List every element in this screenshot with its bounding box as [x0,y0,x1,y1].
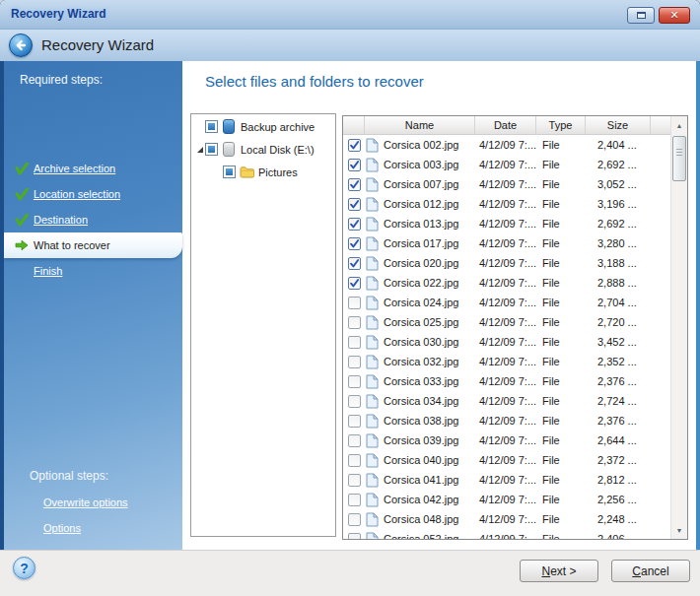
column-header-size[interactable]: Size [586,116,651,134]
scrollbar-thumb[interactable] [672,136,686,181]
sidebar-item-overwrite-options[interactable]: Overwrite options [43,497,128,508]
table-row[interactable]: Corsica 033.jpg4/12/09 7:...File2,376 ..… [343,371,670,391]
column-header-check[interactable] [343,116,365,134]
tree-checkbox-partial[interactable] [205,120,218,133]
file-type: File [536,395,586,407]
row-checkbox[interactable] [348,434,361,447]
archive-icon [221,119,237,135]
file-type: File [536,178,586,190]
file-icon [365,255,380,271]
file-size: 2,248 ... [586,513,651,525]
scroll-up-icon[interactable]: ▲ [671,117,687,133]
row-checkbox[interactable] [348,178,361,191]
row-checkbox[interactable] [348,494,361,506]
table-row[interactable]: Corsica 022.jpg4/12/09 7:...File2,888 ..… [343,273,670,293]
row-checkbox[interactable] [348,375,361,388]
table-row[interactable]: Corsica 038.jpg4/12/09 7:...File2,376 ..… [343,411,670,430]
row-checkbox[interactable] [348,395,361,408]
row-checkbox[interactable] [348,198,361,211]
row-checkbox[interactable] [348,454,361,467]
file-icon [365,295,380,310]
column-header-name[interactable]: Name [365,116,475,134]
table-row[interactable]: Corsica 024.jpg4/12/09 7:...File2,704 ..… [343,293,670,312]
table-row[interactable]: Corsica 030.jpg4/12/09 7:...File3,452 ..… [343,332,670,352]
row-checkbox[interactable] [348,474,361,487]
table-row[interactable]: Corsica 003.jpg4/12/09 7:...File2,692 ..… [343,155,670,174]
sidebar-item-finish[interactable]: Finish [4,258,182,284]
tree-expander-icon[interactable] [195,146,205,154]
row-checkbox[interactable] [348,356,361,368]
file-name: Corsica 030.jpg [384,336,458,348]
row-checkbox[interactable] [348,257,361,270]
file-date: 4/12/09 7:... [475,237,536,249]
close-button[interactable]: ✕ [659,7,690,24]
row-checkbox[interactable] [348,513,361,526]
row-checkbox[interactable] [348,316,361,329]
file-size: 3,052 ... [586,178,651,190]
scroll-down-icon[interactable]: ▼ [671,522,687,538]
tree-item-pictures[interactable]: Pictures [191,162,335,182]
file-icon [365,472,380,488]
row-checkbox[interactable] [348,237,361,250]
file-name: Corsica 040.jpg [384,454,458,466]
table-row[interactable]: Corsica 020.jpg4/12/09 7:...File3,188 ..… [343,253,670,273]
check-icon [12,214,32,227]
file-icon [365,373,380,389]
file-date: 4/12/09 7:... [475,494,536,505]
row-checkbox[interactable] [348,336,361,349]
tree-checkbox-partial[interactable] [223,166,236,178]
sidebar-item-what-to-recover[interactable]: What to recover [4,232,182,258]
column-header-extra [651,116,670,134]
table-row[interactable]: Corsica 017.jpg4/12/09 7:...File3,280 ..… [343,233,670,253]
cancel-button[interactable]: Cancel [611,560,690,582]
row-checkbox[interactable] [348,297,361,309]
table-row[interactable]: Corsica 025.jpg4/12/09 7:...File2,720 ..… [343,312,670,332]
file-icon [365,432,380,448]
file-name: Corsica 013.jpg [384,218,458,230]
table-row[interactable]: Corsica 032.jpg4/12/09 7:...File2,352 ..… [343,352,670,371]
table-row[interactable]: Corsica 013.jpg4/12/09 7:...File2,692 ..… [343,214,670,233]
table-row[interactable]: Corsica 052.jpg4/12/09 7:...File2,406 ..… [343,529,670,539]
file-name: Corsica 038.jpg [384,415,458,427]
file-type: File [536,375,586,387]
tree-item-backup-archive[interactable]: Backup archive [191,116,335,137]
restore-button[interactable] [627,7,655,24]
table-row[interactable]: Corsica 007.jpg4/12/09 7:...File3,052 ..… [343,174,670,194]
table-row[interactable]: Corsica 039.jpg4/12/09 7:...File2,644 ..… [343,430,670,450]
row-checkbox[interactable] [348,415,361,428]
file-list-panel: Name Date Type Size Corsica 002.jpg4/12/… [342,115,688,540]
file-icon [365,452,380,468]
file-size: 2,406 ... [586,533,651,539]
file-size: 2,692 ... [586,159,651,170]
column-header-type[interactable]: Type [536,116,586,134]
row-checkbox[interactable] [348,218,361,231]
sidebar-item-destination[interactable]: Destination [4,207,182,232]
row-checkbox[interactable] [348,159,361,171]
back-button[interactable] [9,33,33,57]
row-checkbox[interactable] [348,533,361,540]
sidebar-item-location-selection[interactable]: Location selection [4,181,182,207]
vertical-scrollbar[interactable]: ▲ ▼ [670,116,687,539]
row-checkbox[interactable] [348,139,361,152]
tree-checkbox-partial[interactable] [205,143,218,156]
table-row[interactable]: Corsica 048.jpg4/12/09 7:...File2,248 ..… [343,509,670,529]
row-checkbox[interactable] [348,277,361,290]
table-row[interactable]: Corsica 041.jpg4/12/09 7:...File2,812 ..… [343,470,670,490]
file-name: Corsica 052.jpg [384,533,458,539]
column-header-date[interactable]: Date [475,116,536,134]
table-row[interactable]: Corsica 012.jpg4/12/09 7:...File3,196 ..… [343,194,670,214]
table-row[interactable]: Corsica 002.jpg4/12/09 7:...File2,404 ..… [343,135,670,155]
file-icon [365,235,380,251]
file-name: Corsica 003.jpg [384,159,458,170]
file-name: Corsica 025.jpg [384,316,458,328]
next-button[interactable]: Next > [520,560,598,582]
file-type: File [536,434,586,446]
table-row[interactable]: Corsica 034.jpg4/12/09 7:...File2,724 ..… [343,391,670,411]
sidebar-item-options[interactable]: Options [43,522,81,534]
tree-item-local-disk[interactable]: Local Disk (E:\) [191,139,335,160]
table-row[interactable]: Corsica 040.jpg4/12/09 7:...File2,372 ..… [343,450,670,470]
sidebar-item-archive-selection[interactable]: Archive selection [4,156,182,181]
file-name: Corsica 034.jpg [384,395,458,407]
help-button[interactable]: ? [13,557,35,579]
table-row[interactable]: Corsica 042.jpg4/12/09 7:...File2,256 ..… [343,490,670,509]
